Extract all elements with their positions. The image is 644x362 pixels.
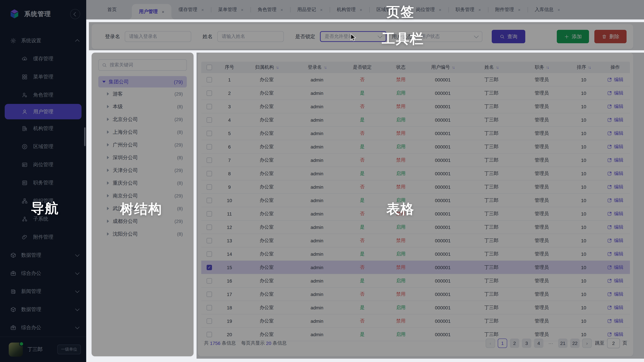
dim-overlay-table xyxy=(196,53,644,359)
mouse-cursor xyxy=(350,33,358,41)
annotation-label-toolbar: 工具栏 xyxy=(382,29,424,48)
annotation-label-table: 表格 xyxy=(386,200,414,218)
dim-overlay-toolbar xyxy=(89,22,644,50)
app-window: 系统管理 系统设置缓存管理菜单管理角色管理用户管理机构管理区域管理岗位管理职务管… xyxy=(0,0,644,362)
annotation-label-tabs: 页签 xyxy=(386,3,414,21)
dim-overlay-tabs xyxy=(86,0,644,19)
annotation-label-tree: 树结构 xyxy=(120,200,162,218)
annotation-label-nav: 导航 xyxy=(31,199,59,218)
dim-overlay-sidebar xyxy=(0,0,86,362)
